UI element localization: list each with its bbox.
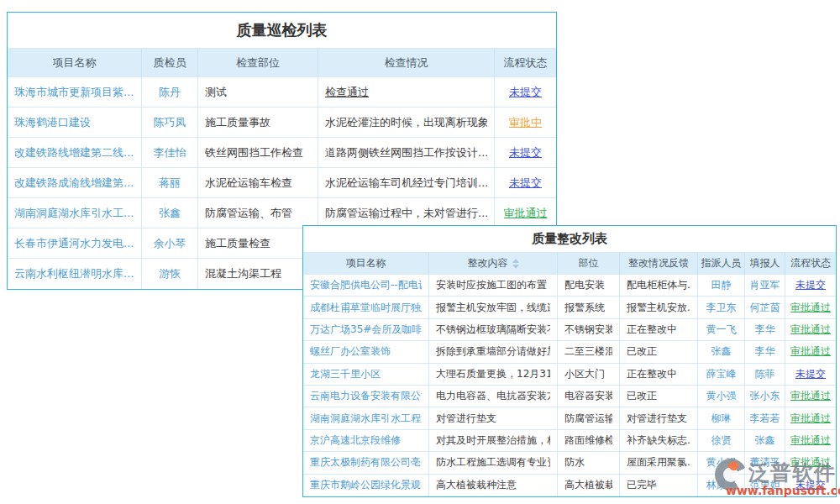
flow-status-link[interactable]: 审批通过 bbox=[785, 341, 836, 362]
inspection-table-row: 改建铁路成渝线增建第...蒋丽水泥砼运输车检查水泥砼运输车司机经过专门培训...… bbox=[8, 168, 556, 198]
flow-status-link-text: 审批通过 bbox=[790, 323, 831, 337]
flow-status-link-text: 未提交 bbox=[509, 85, 542, 100]
inspector-link[interactable]: 陈丹 bbox=[142, 77, 198, 107]
project-name-link-text: 安徽合肥供电公司--配电设备... bbox=[310, 278, 422, 292]
rectification-table-header: 项目名称 整改内容 部位 整改情况反馈 指派人员 填报人 流程状态 bbox=[303, 253, 836, 275]
flow-status-link[interactable]: 审批通过 bbox=[785, 407, 836, 428]
project-name-link[interactable]: 龙湖三千里小区 bbox=[303, 364, 429, 385]
flow-status-link[interactable]: 审批通过 bbox=[785, 319, 836, 340]
reporter-link[interactable]: 何芷茵 bbox=[745, 297, 785, 318]
inspector-link[interactable]: 余小琴 bbox=[142, 228, 198, 258]
reporter-link[interactable]: 张鑫 bbox=[745, 430, 785, 451]
rectify-feedback-text: 报警主机安放... bbox=[627, 301, 690, 315]
reporter-link[interactable]: 董清平 bbox=[745, 452, 785, 473]
column-header-label: 流程状态 bbox=[504, 55, 548, 71]
project-name-link[interactable]: 云南电力设备安装有限公司20... bbox=[303, 386, 429, 407]
assignee-link[interactable]: 薛宝峰 bbox=[698, 364, 745, 385]
assignee-link[interactable]: 张鑫 bbox=[698, 341, 745, 362]
project-name-link[interactable]: 云南水利枢纽潜明水库... bbox=[8, 259, 142, 289]
project-name-link[interactable]: 重庆市鹅岭公园绿化景观提升... bbox=[303, 475, 429, 496]
reporter-link[interactable]: 张小东 bbox=[745, 386, 785, 407]
reporter-link[interactable]: 肖亚军 bbox=[745, 275, 785, 296]
reporter-link[interactable]: 李华 bbox=[745, 341, 785, 362]
flow-status-link[interactable]: 未提交 bbox=[495, 77, 556, 107]
assignee-link-text: 张鑫 bbox=[711, 344, 732, 359]
column-header-rectify-content[interactable]: 整改内容 bbox=[429, 253, 558, 275]
column-header-part: 部位 bbox=[558, 253, 620, 275]
project-name-link[interactable]: 重庆太极制药有限公司亳州中... bbox=[303, 452, 429, 473]
inspector-link[interactable]: 游恢 bbox=[142, 259, 198, 289]
project-name-link[interactable]: 改建铁路线增建第二线... bbox=[8, 138, 142, 167]
project-name-link[interactable]: 万达广场35#会所及咖啡厅空... bbox=[303, 319, 429, 340]
flow-status-link[interactable]: 未提交 bbox=[495, 168, 556, 197]
flow-status-link[interactable]: 审批通过 bbox=[495, 198, 556, 228]
inspector-link[interactable]: 李佳怡 bbox=[142, 138, 198, 167]
project-name-link[interactable]: 成都杜甫草堂临时展厅独立展... bbox=[303, 297, 429, 318]
rectify-content: 拆除到承重墙部分请做好加固... bbox=[429, 341, 558, 362]
inspector-link[interactable]: 张鑫 bbox=[142, 198, 198, 228]
rectification-table-panel: 质量整改列表 项目名称 整改内容 部位 整改情况反馈 指派人员 填报人 流程状态… bbox=[302, 225, 837, 497]
assignee-link[interactable]: 黄小强 bbox=[698, 386, 745, 407]
rectify-content-text: 大理石质量更换，12月31日之... bbox=[436, 367, 550, 381]
column-header-project: 项目名称 bbox=[303, 253, 429, 275]
rectify-feedback-text: 已改正 bbox=[627, 389, 657, 403]
reporter-link[interactable]: 李若若 bbox=[745, 407, 785, 428]
flow-status-link[interactable]: 未提交 bbox=[785, 475, 836, 496]
sort-icon[interactable] bbox=[512, 259, 519, 269]
flow-status-link[interactable]: 审批通过 bbox=[785, 452, 836, 473]
flow-status-link[interactable]: 审批通过 bbox=[785, 386, 836, 407]
assignee-link[interactable]: 徐贤 bbox=[698, 430, 745, 451]
project-name-link[interactable]: 改建铁路成渝线增建第... bbox=[8, 168, 142, 197]
assignee-link[interactable]: 林康平 bbox=[698, 475, 745, 496]
flow-status-link[interactable]: 未提交 bbox=[785, 364, 836, 385]
reporter-link[interactable]: 陈菲 bbox=[745, 364, 785, 385]
rectification-table-row: 安徽合肥供电公司--配电设备...安装时应按施工图的布置，将...配电安装配电柜… bbox=[303, 275, 836, 297]
flow-status-link-text: 未提交 bbox=[795, 478, 826, 492]
inspector-link[interactable]: 蒋丽 bbox=[142, 168, 198, 197]
inspector-link-text: 陈巧凤 bbox=[154, 115, 186, 130]
rectify-part-text: 防水 bbox=[564, 455, 585, 470]
reporter-link[interactable]: 范里妲 bbox=[745, 475, 785, 496]
assignee-link-text: 薛宝峰 bbox=[706, 367, 737, 381]
assignee-link[interactable]: 柳琳 bbox=[698, 407, 745, 428]
inspection-part: 铁丝网围挡工作检查 bbox=[198, 138, 318, 167]
rectify-part: 电容器安装... bbox=[558, 386, 620, 407]
reporter-link[interactable]: 李华 bbox=[745, 319, 785, 340]
assignee-link[interactable]: 黄一飞 bbox=[698, 319, 745, 340]
project-name-link[interactable]: 湖南洞庭湖水库引水工... bbox=[8, 198, 142, 228]
rectify-content-text: 不锈钢边框玻璃隔断安装不牢... bbox=[436, 323, 550, 337]
flow-status-link[interactable]: 审批通过 bbox=[785, 430, 836, 451]
rectification-table-row: 重庆太极制药有限公司亳州中...防水工程施工选调有专业资质...防水屋面采用聚氯… bbox=[303, 452, 836, 474]
flow-status-link[interactable]: 审批通过 bbox=[785, 297, 836, 318]
rectify-feedback-text: 正在整改中 bbox=[627, 323, 677, 337]
rectify-part: 报警系统 bbox=[558, 297, 620, 318]
column-header-reporter: 填报人 bbox=[745, 253, 785, 275]
inspection-table-title: 质量巡检列表 bbox=[8, 13, 556, 49]
project-name-link[interactable]: 珠海鹤港口建设 bbox=[8, 108, 142, 137]
inspector-link[interactable]: 陈巧凤 bbox=[142, 108, 198, 137]
rectification-table-row: 云南电力设备安装有限公司20...电力电容器、电抗器安装方案...电容器安装..… bbox=[303, 386, 836, 407]
rectify-part-text: 不锈钢安装... bbox=[564, 323, 612, 337]
rectification-table-row: 龙湖三千里小区大理石质量更换，12月31日之...小区大门正在整改中薛宝峰陈菲未… bbox=[303, 364, 836, 386]
project-name-link[interactable]: 京沪高速北京段维修 bbox=[303, 430, 429, 451]
assignee-link[interactable]: 田静 bbox=[698, 275, 745, 296]
rectify-feedback: 已改正 bbox=[620, 341, 698, 362]
project-name-link[interactable]: 螺丝厂办公室装饰 bbox=[303, 341, 429, 362]
inspection-situation[interactable]: 检查通过 bbox=[318, 77, 495, 107]
inspection-part-text: 施工质量检查 bbox=[205, 236, 270, 251]
project-name-link[interactable]: 长春市伊通河水力发电... bbox=[8, 228, 142, 258]
flow-status-link[interactable]: 审批中 bbox=[495, 108, 556, 137]
flow-status-link-text: 未提交 bbox=[795, 367, 826, 381]
column-header-assignee: 指派人员 bbox=[698, 253, 745, 275]
project-name-link[interactable]: 珠海市城市更新项目紫... bbox=[8, 77, 142, 107]
project-name-link[interactable]: 湖南洞庭湖水库引水工程施工标 bbox=[303, 407, 429, 428]
flow-status-link[interactable]: 未提交 bbox=[495, 138, 556, 167]
rectify-part-text: 二至三楼混... bbox=[564, 344, 612, 359]
reporter-link-text: 李华 bbox=[755, 344, 775, 359]
flow-status-link[interactable]: 未提交 bbox=[785, 275, 836, 296]
flow-status-link-text: 未提交 bbox=[509, 176, 542, 191]
assignee-link[interactable]: 黄小强 bbox=[698, 452, 745, 473]
assignee-link[interactable]: 李卫东 bbox=[698, 297, 745, 318]
project-name-link[interactable]: 安徽合肥供电公司--配电设备... bbox=[303, 275, 429, 296]
project-name-link-text: 云南水利枢纽潜明水库... bbox=[14, 266, 134, 281]
